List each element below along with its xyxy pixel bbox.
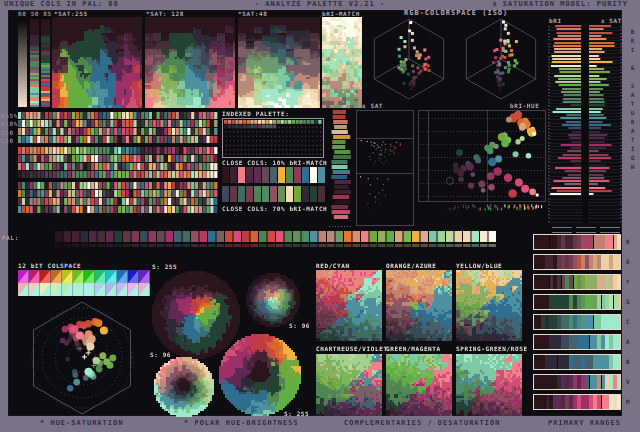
primary-letter-c: C — [626, 318, 630, 325]
polar-s255b-label: S: 255 — [284, 410, 309, 417]
primary-letter-g: G — [626, 298, 630, 305]
bri-sat-side-label: BRI & SATURATION — [628, 28, 636, 172]
sat-map-128 — [145, 17, 235, 108]
colspace-12bit — [18, 270, 150, 296]
primary-range-row — [533, 394, 621, 410]
bri-hue-ticks — [418, 204, 546, 212]
primary-ranges-footer: PRIMARY RANGES — [548, 420, 621, 427]
hue-saturation-toggle[interactable]: * HUE-SATURATION — [40, 420, 123, 427]
polar-s96a-label: S: 96 — [289, 322, 310, 329]
close-cols-10-label: CLOSE COLS: 10% bRI-MATCH — [222, 159, 327, 166]
bri-bars-header[interactable]: bRI — [549, 17, 562, 24]
ramp-strip — [18, 19, 27, 107]
comp-panel — [456, 354, 522, 416]
bri-match-map — [322, 17, 362, 108]
primary-letter-m: M — [626, 398, 630, 405]
primary-range-row — [533, 314, 621, 330]
palette-strip — [18, 128, 218, 135]
comp-panel — [456, 270, 522, 341]
sat-scatter — [356, 110, 414, 226]
bri-sat-bars — [548, 25, 622, 223]
comp-panel — [316, 270, 382, 341]
primary-letter-a: A — [626, 338, 630, 345]
palette-strip — [18, 120, 218, 127]
sat-map-48 — [238, 17, 320, 108]
comp-panel — [316, 354, 382, 416]
sat-scatter-label: x SAT — [362, 102, 383, 109]
primary-range-row — [533, 374, 621, 390]
indexed-palette-title: INDEXED PALETTE: — [222, 110, 289, 117]
bri-hue-label: bRI-HUE — [510, 102, 540, 109]
palette-strip — [18, 112, 218, 119]
palette-strip — [18, 147, 218, 154]
palette-strip — [18, 198, 218, 205]
close-cols-10-swatches — [222, 166, 326, 184]
primary-ruler-mark — [600, 227, 620, 233]
primary-range-row — [533, 274, 621, 290]
primary-letter-r: R — [626, 238, 630, 245]
hue-sat-wheel — [12, 298, 152, 416]
primary-letter-o: O — [626, 258, 630, 265]
bri-hue-scatter — [418, 110, 546, 202]
palette-strip — [18, 182, 218, 189]
comp-label-chartreuse-violet: CHARTREUSE/VIOLET — [316, 345, 388, 352]
saturation-model-toggle[interactable]: x SATURATION MODEL: PURITY — [492, 1, 628, 8]
strip-label-b10: b10% — [1, 120, 18, 127]
primary-range-row — [533, 334, 621, 350]
pal-strip[interactable] — [55, 231, 497, 248]
primary-range-row — [533, 234, 621, 250]
comp-label-yellow-blue: YELLOW/bLUE — [456, 262, 502, 269]
polar-wheel — [246, 273, 300, 327]
complementaries-footer: COMPLEMENTARIES / DESATURATION — [344, 420, 500, 427]
ramp-strip — [30, 19, 39, 107]
strip-label-s50: S50 — [1, 129, 14, 136]
comp-label-springgreen-rose: SPRING-GREEN/ROSE — [456, 345, 528, 352]
polar-hue-brightness-toggle[interactable]: * POLAR HUE-BRIGHTNESS — [184, 420, 299, 427]
strip-label-b65: b65% — [1, 112, 18, 119]
palette-strip — [18, 171, 218, 178]
palette-strip — [18, 206, 218, 213]
iso-cube-left — [362, 16, 456, 102]
bri-match-label: bRI-MATCH — [322, 10, 360, 17]
indexed-palette-grid[interactable] — [222, 118, 324, 158]
primary-letter-y: Y — [626, 278, 630, 285]
sat48-toggle[interactable]: *SAT:48 — [238, 10, 268, 17]
colspace-12bit-label: 12 bIT COLSPACE — [18, 262, 81, 269]
primary-letter-b: B — [626, 358, 630, 365]
window-title: - ANALYZE PALETTE V2.21 - — [255, 1, 385, 8]
sat128-toggle[interactable]: *SAT: 128 — [146, 10, 184, 17]
ramp-labels: R0 50 85 — [18, 10, 52, 17]
palette-strip — [18, 155, 218, 162]
primary-letter-v: V — [626, 378, 630, 385]
comp-label-orange-azure: ORANGE/AZURE — [386, 262, 437, 269]
primary-range-row — [533, 254, 621, 270]
sat-map-255 — [52, 17, 142, 108]
pal-label: PAL: — [2, 234, 19, 241]
comp-label-green-magenta: GREEN/MAGENTA — [386, 345, 441, 352]
sat255-toggle[interactable]: *SAT:255 — [54, 10, 88, 17]
primary-range-row — [533, 294, 621, 310]
polar-wheel — [154, 357, 214, 417]
primary-ruler-mark — [576, 227, 596, 233]
palette-strip — [18, 163, 218, 170]
comp-panel — [386, 270, 452, 341]
unique-cols-counter: UNIQUE COLS IN PAL: 80 — [4, 1, 119, 8]
polar-wheel — [219, 334, 301, 416]
palette-strip — [18, 190, 218, 197]
palette-strip — [18, 136, 218, 143]
close-cols-70-swatches — [222, 185, 326, 203]
polar-s255a-label: S: 255 — [152, 263, 177, 270]
iso-cube-right — [456, 16, 546, 102]
sat-bars-header[interactable]: x SAT — [586, 17, 622, 24]
mid-gradient-strip — [329, 110, 351, 230]
comp-panel — [386, 354, 452, 416]
close-cols-70-label: CLOSE COLS: 70% bRI-MATCH — [222, 205, 327, 212]
comp-label-red-cyan: RED/CYAN — [316, 262, 350, 269]
primary-ruler-mark — [552, 227, 572, 233]
app-window: UNIQUE COLS IN PAL: 80 - ANALYZE PALETTE… — [0, 0, 640, 432]
primary-range-row — [533, 354, 621, 370]
strip-label-l50: L50 — [1, 137, 14, 144]
ramp-strip — [41, 19, 50, 107]
